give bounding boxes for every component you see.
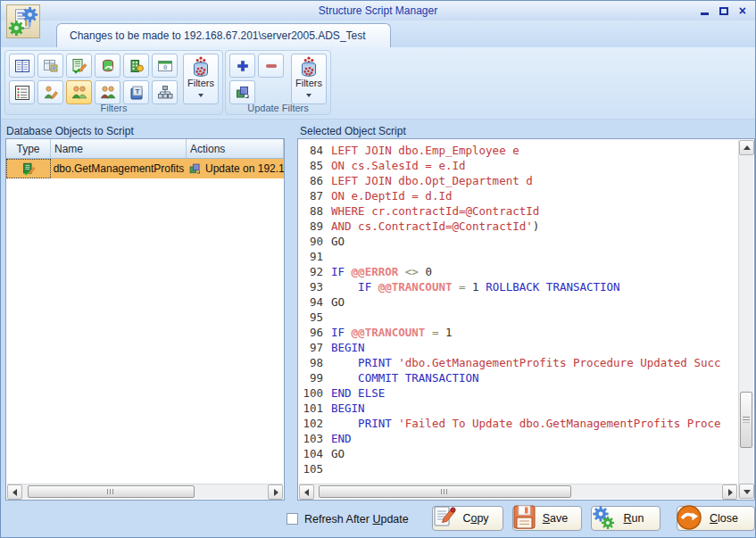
ribbon-group-update-filters: Filters Update Filters xyxy=(225,50,331,115)
code-line: 94GO xyxy=(299,294,737,310)
scrollbar-track[interactable] xyxy=(22,484,268,499)
left-panel-title: Database Objects to Script xyxy=(6,125,134,137)
scrollbar-track[interactable] xyxy=(739,155,753,484)
minimize-icon[interactable] xyxy=(701,12,709,15)
code-line: 105 xyxy=(299,461,737,476)
window-count-icon: 0 xyxy=(157,58,173,74)
copy-icon xyxy=(428,501,461,534)
column-header-actions[interactable]: Actions xyxy=(187,139,284,158)
table-image-button[interactable] xyxy=(37,54,63,78)
plus-button[interactable] xyxy=(229,54,255,78)
columns-view-icon xyxy=(14,58,30,74)
vertical-scrollbar[interactable] xyxy=(738,140,753,499)
chevron-down-icon xyxy=(306,94,312,97)
line-number: 95 xyxy=(299,310,323,325)
sql-script-editor[interactable]: 84LEFT JOIN dbo.Emp_Employee e85ON cs.Sa… xyxy=(299,140,737,483)
users-button[interactable] xyxy=(66,80,92,104)
save-button[interactable]: Save xyxy=(512,506,582,531)
scrollbar-thumb[interactable] xyxy=(28,485,195,498)
update-filters-button-grid xyxy=(229,54,287,104)
close-icon xyxy=(673,501,705,534)
close-icon[interactable] xyxy=(739,5,746,17)
object-name-cell: dbo.GetManagementProfits xyxy=(51,159,187,178)
scroll-up-button[interactable] xyxy=(739,140,754,155)
structure-button[interactable] xyxy=(152,80,178,104)
svg-text:T: T xyxy=(135,87,139,95)
users-icon xyxy=(71,85,87,101)
code-line: 87ON e.DeptId = d.Id xyxy=(299,188,737,203)
scroll-right-button[interactable] xyxy=(722,484,737,500)
copy-update-button[interactable] xyxy=(229,80,255,104)
tab-changes[interactable]: Changes to be made to 192.168.67.201\ser… xyxy=(56,23,391,48)
database-undo-button[interactable] xyxy=(95,54,120,78)
code-line: 98 PRINT 'dbo.GetManagementProfits Proce… xyxy=(299,355,737,370)
scrollbar-track[interactable] xyxy=(314,484,722,499)
run-button[interactable]: Run xyxy=(591,506,660,531)
horizontal-scrollbar[interactable] xyxy=(299,484,737,499)
building-coin-icon xyxy=(129,58,145,74)
plus-icon xyxy=(235,58,251,74)
selected-object-script-panel: 84LEFT JOIN dbo.Emp_Employee e85ON cs.Sa… xyxy=(297,138,755,501)
code-line: 93 IF @@TRANCOUNT = 1 ROLLBACK TRANSACTI… xyxy=(299,279,737,294)
save-button-label: Save xyxy=(543,512,569,525)
close-button[interactable]: Close xyxy=(677,506,755,531)
refresh-after-update-label: Refresh After Update xyxy=(304,513,409,526)
horizontal-scrollbar[interactable] xyxy=(7,484,283,499)
scrollbar-thumb[interactable] xyxy=(740,392,752,448)
copy-button[interactable]: Copy xyxy=(432,506,503,531)
table-cube-button[interactable]: T xyxy=(123,80,149,104)
code-line: 104GO xyxy=(299,446,737,461)
users-remove-icon xyxy=(100,85,116,101)
code-line: 102 PRINT 'Failed To Update dbo.GetManag… xyxy=(299,416,737,431)
action-label: Update on 192.1 xyxy=(205,162,284,175)
scrollbar-thumb[interactable] xyxy=(319,485,571,498)
window-controls xyxy=(701,5,746,17)
line-number: 100 xyxy=(299,385,323,401)
update-filters-dropdown-button[interactable]: Filters xyxy=(291,54,327,104)
scroll-left-button[interactable] xyxy=(299,484,314,500)
minus-button[interactable] xyxy=(258,54,284,78)
line-number: 85 xyxy=(299,158,323,173)
users-remove-button[interactable] xyxy=(95,80,120,104)
svg-text:0: 0 xyxy=(162,63,166,70)
table-cube-icon: T xyxy=(129,85,145,101)
line-number: 90 xyxy=(299,234,323,249)
code-line: 95 xyxy=(299,310,737,325)
table-image-icon xyxy=(43,58,59,74)
object-type-cell xyxy=(6,159,51,178)
line-number: 92 xyxy=(299,264,323,279)
scroll-right-button[interactable] xyxy=(268,484,283,500)
window-count-button[interactable]: 0 xyxy=(152,54,178,78)
user-edit-button[interactable] xyxy=(37,80,63,104)
code-line: 99 COMMIT TRANSACTION xyxy=(299,370,737,385)
scroll-left-button[interactable] xyxy=(7,484,22,500)
list-button[interactable] xyxy=(9,80,35,104)
refresh-after-update-checkbox[interactable] xyxy=(287,513,298,525)
column-header-name[interactable]: Name xyxy=(51,139,187,158)
app-gears-chart-icon xyxy=(6,4,40,38)
line-number: 94 xyxy=(299,294,323,310)
scroll-down-button[interactable] xyxy=(739,484,754,499)
maximize-icon[interactable] xyxy=(719,7,728,15)
ribbon-group-filters: 0T Filters Filters xyxy=(4,50,223,115)
code-line: 88WHERE cr.contractId=@ContractId xyxy=(299,203,737,219)
column-header-type[interactable]: Type xyxy=(6,139,51,158)
edit-script-icon xyxy=(71,58,87,74)
table-row[interactable]: dbo.GetManagementProfitsUpdate on 192.1 xyxy=(6,159,284,178)
filters-dropdown-label: Filters xyxy=(187,78,214,88)
columns-view-button[interactable] xyxy=(9,54,35,78)
line-number: 91 xyxy=(299,249,323,264)
filters-button-grid: 0T xyxy=(9,54,184,104)
update-icon xyxy=(188,162,202,176)
group-caption-filters: Filters xyxy=(5,103,222,113)
building-coin-button[interactable] xyxy=(123,54,149,78)
line-number: 104 xyxy=(299,446,323,461)
edit-script-button[interactable] xyxy=(66,54,92,78)
filters-dropdown-button[interactable]: Filters xyxy=(183,54,219,104)
script-edit-icon xyxy=(22,162,36,176)
line-number: 105 xyxy=(299,461,323,476)
title-bar: Structure Script Manager xyxy=(1,1,755,21)
filter-icon xyxy=(184,54,218,78)
line-number: 103 xyxy=(299,431,323,446)
line-number: 97 xyxy=(299,340,323,355)
